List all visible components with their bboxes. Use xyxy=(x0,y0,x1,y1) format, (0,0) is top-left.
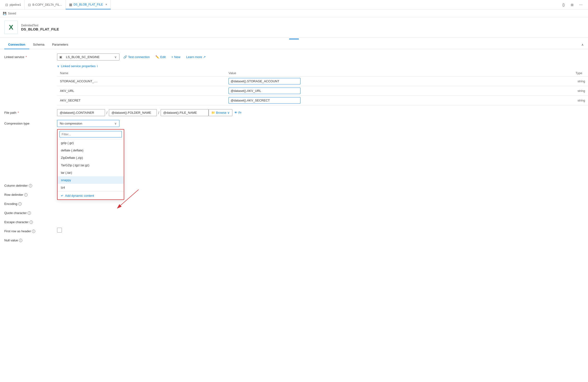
compression-type-label: Compression type xyxy=(4,120,57,125)
test-connection-icon: 🔗 xyxy=(123,55,127,59)
linked-service-label: Linked service * xyxy=(4,53,57,59)
file-path-row: File path * / / 📁 Browse ∨ 👁 Pr xyxy=(4,109,588,116)
ls-props-title: Linked service properties xyxy=(61,64,96,68)
info-icon[interactable]: i xyxy=(32,230,35,233)
first-row-as-header-row: First row as header i xyxy=(4,228,588,233)
edit-button[interactable]: ✏️ Edit xyxy=(153,54,168,60)
test-connection-label: Test connection xyxy=(128,55,150,59)
tab-pipeline1[interactable]: ⊡ pipeline1 xyxy=(2,0,25,9)
code-view-button[interactable]: {} xyxy=(560,1,567,8)
tab-nav-schema[interactable]: Schema xyxy=(29,40,48,49)
divider xyxy=(289,39,299,39)
separator-1: / xyxy=(105,111,109,115)
col-name-header: Name xyxy=(57,70,226,77)
first-row-as-header-controls xyxy=(57,228,588,232)
compression-dropdown-popup: gzip (.gz) deflate (.deflate) ZipDeflate… xyxy=(57,129,124,200)
test-connection-button[interactable]: 🔗 Test connection xyxy=(121,54,151,60)
prop-value-cell-2[interactable] xyxy=(226,96,528,105)
list-item[interactable]: lz4 xyxy=(58,184,124,191)
list-item-snappy[interactable]: snappy xyxy=(58,176,124,184)
edit-icon: ✏️ xyxy=(155,55,159,59)
tab-ds-blob[interactable]: ▦ DS_BLOB_FLAT_FILE ✕ xyxy=(66,0,111,9)
tab-nav: Connection Schema Parameters ∧ xyxy=(0,40,588,49)
new-button[interactable]: + New xyxy=(169,54,183,60)
list-item[interactable]: ZipDeflate (.zip) xyxy=(58,154,124,161)
list-item[interactable]: tar (.tar) xyxy=(58,169,124,176)
eye-icon: 👁 xyxy=(234,111,237,114)
tab-b-copy-delta[interactable]: ⊡ B-COPY_DELTA_FIL... xyxy=(25,0,66,9)
null-value-label: Null value i xyxy=(4,237,57,242)
top-bar: ⊡ pipeline1 ⊡ B-COPY_DELTA_FIL... ▦ DS_B… xyxy=(0,0,588,10)
more-options-button[interactable]: ⋯ xyxy=(577,1,584,8)
compression-dropdown-wrapper: No compression ∨ gzip (.gz) deflate (.de… xyxy=(57,120,119,127)
table-row: AKV_URL string xyxy=(57,86,588,96)
browse-button[interactable]: 📁 Browse ∨ xyxy=(209,109,232,116)
chevron-down-icon[interactable]: ∨ xyxy=(112,55,119,59)
dropdown-list: gzip (.gz) deflate (.deflate) ZipDeflate… xyxy=(58,139,124,199)
tab-pipeline1-label: pipeline1 xyxy=(10,3,21,6)
plus-icon: + xyxy=(171,55,173,59)
grid-view-button[interactable]: ⊞ xyxy=(569,1,576,8)
prop-value-input-2[interactable] xyxy=(229,97,300,104)
compression-select[interactable]: No compression ∨ xyxy=(57,120,119,127)
col-type-header: Type xyxy=(528,70,588,77)
ls-props-header[interactable]: ∨ Linked service properties i xyxy=(57,64,588,68)
sub-bar: 💾 Saved xyxy=(0,10,588,17)
linked-service-select[interactable]: ▣ LS_BLOB_SC_ENGINE ∨ xyxy=(57,53,119,61)
edit-label: Edit xyxy=(160,55,166,59)
prop-type-0: string xyxy=(528,77,588,86)
prop-value-input-0[interactable] xyxy=(229,78,300,85)
info-icon[interactable]: i xyxy=(29,221,33,224)
file-path-container-input[interactable] xyxy=(57,109,105,116)
info-icon[interactable]: i xyxy=(24,193,28,197)
column-delimiter-label: Column delimiter i xyxy=(4,182,57,187)
linked-service-properties-section: ∨ Linked service properties i Name Value… xyxy=(57,64,588,105)
prop-value-cell-0[interactable] xyxy=(226,77,528,86)
preview-button[interactable]: 👁 Pr xyxy=(232,110,243,115)
tab-b-copy-label: B-COPY_DELTA_FIL... xyxy=(32,3,62,6)
info-icon[interactable]: i xyxy=(28,211,31,215)
file-path-file-input[interactable] xyxy=(161,109,209,116)
linked-service-value: LS_BLOB_SC_ENGINE xyxy=(64,54,112,60)
add-dynamic-content-item[interactable]: ↵ Add dynamic content xyxy=(58,191,124,199)
prop-value-input-1[interactable] xyxy=(229,88,300,94)
dataset-title: DelimitedText DS_BLOB_FLAT_FILE xyxy=(21,24,59,31)
prop-value-cell-1[interactable] xyxy=(226,86,528,96)
file-path-label: File path * xyxy=(4,109,57,114)
list-item[interactable]: deflate (.deflate) xyxy=(58,147,124,154)
col-value-header: Value xyxy=(226,70,528,77)
info-icon[interactable]: i xyxy=(19,239,22,242)
escape-character-row: Escape character i xyxy=(4,219,588,224)
filter-input[interactable] xyxy=(60,131,122,137)
main-content: Linked service * ▣ LS_BLOB_SC_ENGINE ∨ 🔗… xyxy=(0,49,588,250)
quote-character-label: Quote character i xyxy=(4,209,57,215)
learn-more-button[interactable]: Learn more ↗ xyxy=(184,54,208,60)
first-row-header-toggle[interactable] xyxy=(57,228,62,232)
first-row-as-header-label: First row as header i xyxy=(4,228,57,233)
save-icon: 💾 xyxy=(3,12,6,15)
close-icon[interactable]: ✕ xyxy=(105,3,107,6)
list-item[interactable]: gzip (.gz) xyxy=(58,139,124,147)
browse-chevron-icon: ∨ xyxy=(227,111,230,114)
file-path-controls: / / 📁 Browse ∨ 👁 Pr xyxy=(57,109,588,116)
escape-character-label: Escape character i xyxy=(4,219,57,224)
required-star-fp: * xyxy=(18,111,19,114)
collapse-panel-button[interactable]: ∧ xyxy=(581,43,584,46)
filter-wrap xyxy=(58,130,124,139)
info-icon[interactable]: i xyxy=(97,64,98,68)
tab-nav-parameters[interactable]: Parameters xyxy=(48,40,72,49)
info-icon[interactable]: i xyxy=(29,184,32,187)
compression-type-row: Compression type No compression ∨ gzip (… xyxy=(4,120,588,127)
csv-icon: X xyxy=(9,23,13,31)
dataset-header: X DelimitedText DS_BLOB_FLAT_FILE xyxy=(0,17,588,38)
info-icon[interactable]: i xyxy=(18,202,21,206)
linked-service-db-icon: ▣ xyxy=(57,55,64,59)
separator-2: / xyxy=(157,111,161,115)
table-row: STORAGE_ACCOUNT_.... string xyxy=(57,77,588,86)
file-path-folder-input[interactable] xyxy=(109,109,157,116)
tab-nav-connection[interactable]: Connection xyxy=(4,40,29,49)
list-item[interactable]: TarGZip (.tgz/.tar.gz) xyxy=(58,161,124,169)
add-icon: ↵ xyxy=(61,194,63,198)
linked-service-row: Linked service * ▣ LS_BLOB_SC_ENGINE ∨ 🔗… xyxy=(4,53,588,61)
compression-value: No compression xyxy=(60,122,82,125)
